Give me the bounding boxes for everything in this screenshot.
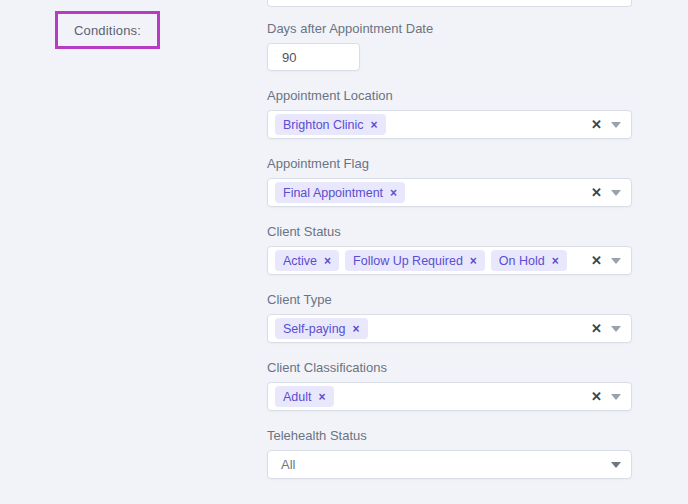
chevron-down-icon[interactable] [611,190,621,196]
chevron-down-icon[interactable] [611,326,621,332]
clear-all-icon[interactable]: ✕ [591,253,602,268]
conditions-label: Conditions: [74,23,141,38]
appointment-flag-select[interactable]: Final Appointment×✕ [267,178,632,207]
client-classifications-select[interactable]: Adult×✕ [267,382,632,411]
client-type-select[interactable]: Self-paying×✕ [267,314,632,343]
chevron-down-icon[interactable] [611,258,621,264]
field-group-appointment-flag: Appointment FlagFinal Appointment×✕ [267,156,632,207]
selected-option-tag: Active× [275,250,339,271]
clear-all-icon[interactable]: ✕ [591,117,602,132]
tag-label: Follow Up Required [353,254,463,268]
selected-value: All [275,457,295,472]
selected-option-tag: Follow Up Required× [345,250,485,271]
conditions-form: Days after Appointment DateAppointment L… [267,0,632,496]
appointment-location-select[interactable]: Brighton Clinic×✕ [267,110,632,139]
selected-option-tag: Self-paying× [275,318,368,339]
clear-all-icon[interactable]: ✕ [591,321,602,336]
remove-tag-icon[interactable]: × [353,322,360,336]
chevron-down-icon[interactable] [611,122,621,128]
tag-label: Active [283,254,317,268]
clear-all-icon[interactable]: ✕ [591,185,602,200]
tag-label: Brighton Clinic [283,118,364,132]
selected-option-tag: Final Appointment× [275,182,405,203]
field-label: Appointment Location [267,88,632,103]
remove-tag-icon[interactable]: × [319,390,326,404]
field-list: Days after Appointment DateAppointment L… [267,21,632,479]
field-group-client-type: Client TypeSelf-paying×✕ [267,292,632,343]
chevron-down-icon[interactable] [611,462,621,468]
field-group-client-status: Client StatusActive×Follow Up Required×O… [267,224,632,275]
days-after-appointment-date-input[interactable] [267,43,360,71]
tag-label: Final Appointment [283,186,383,200]
field-label: Days after Appointment Date [267,21,632,36]
field-label: Appointment Flag [267,156,632,171]
field-group-appointment-location: Appointment LocationBrighton Clinic×✕ [267,88,632,139]
tag-label: On Hold [499,254,545,268]
selected-option-tag: On Hold× [491,250,567,271]
remove-tag-icon[interactable]: × [552,254,559,268]
client-status-select[interactable]: Active×Follow Up Required×On Hold×✕ [267,246,632,275]
field-label: Client Status [267,224,632,239]
remove-tag-icon[interactable]: × [324,254,331,268]
remove-tag-icon[interactable]: × [470,254,477,268]
field-label: Client Type [267,292,632,307]
field-group-telehealth-status: Telehealth StatusAll [267,428,632,479]
chevron-down-icon[interactable] [611,394,621,400]
conditions-label-highlight: Conditions: [55,11,160,49]
telehealth-status-select[interactable]: All [267,450,632,479]
selected-option-tag: Brighton Clinic× [275,114,386,135]
tag-label: Self-paying [283,322,346,336]
field-group-days-after-appointment-date: Days after Appointment Date [267,21,632,71]
field-group-client-classifications: Client ClassificationsAdult×✕ [267,360,632,411]
tag-label: Adult [283,390,312,404]
remove-tag-icon[interactable]: × [371,118,378,132]
remove-tag-icon[interactable]: × [390,186,397,200]
previous-field-partial-box[interactable] [267,0,632,7]
field-label: Client Classifications [267,360,632,375]
field-label: Telehealth Status [267,428,632,443]
clear-all-icon[interactable]: ✕ [591,389,602,404]
selected-option-tag: Adult× [275,386,334,407]
